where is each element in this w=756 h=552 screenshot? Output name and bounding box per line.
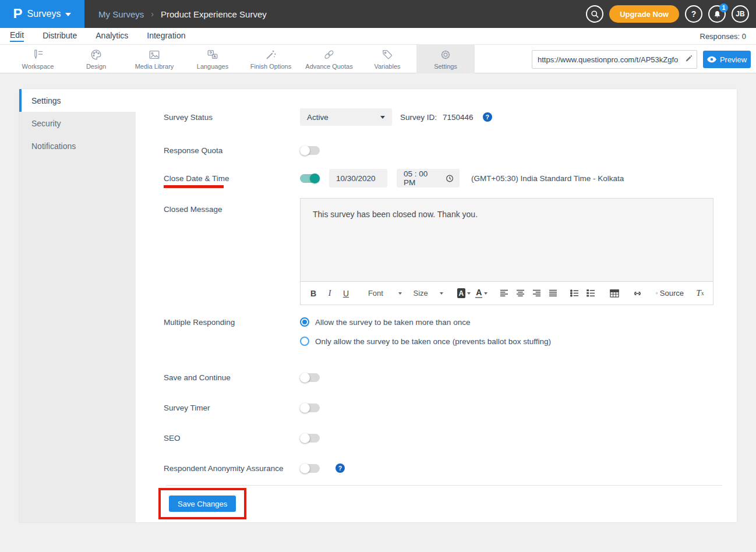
close-date-label: Close Date & Time xyxy=(164,174,300,183)
seo-label: SEO xyxy=(164,434,300,443)
source-button[interactable]: Source xyxy=(654,286,686,301)
top-header: P Surveys My Surveys › Product Experienc… xyxy=(0,0,756,28)
survey-id-label: Survey ID: xyxy=(400,113,437,122)
italic-button[interactable]: I xyxy=(323,286,337,301)
tab-edit[interactable]: Edit xyxy=(10,30,24,42)
question-mark-icon: ? xyxy=(691,9,697,19)
tab-integration[interactable]: Integration xyxy=(147,31,185,41)
response-quota-row: Response Quota xyxy=(164,141,713,159)
gear-icon xyxy=(439,48,452,61)
save-and-continue-toggle[interactable] xyxy=(300,373,320,382)
annotation-red-underline xyxy=(164,185,224,188)
preview-button[interactable]: Preview xyxy=(703,51,751,68)
eye-icon xyxy=(707,56,716,63)
toolbar-item-advance-quotas[interactable]: Advance Quotas xyxy=(300,45,358,73)
tab-analytics[interactable]: Analytics xyxy=(96,31,128,41)
upgrade-now-button[interactable]: Upgrade Now xyxy=(609,5,679,23)
underline-button[interactable]: U xyxy=(339,286,353,301)
response-quota-toggle[interactable] xyxy=(300,146,320,155)
avatar-initials: JB xyxy=(736,10,744,18)
font-dropdown[interactable]: Font xyxy=(363,289,407,298)
bullet-list-button[interactable] xyxy=(567,286,581,301)
align-right-button[interactable] xyxy=(529,286,543,301)
closed-message-label: Closed Message xyxy=(164,201,300,214)
anonymity-row: Respondent Anonymity Assurance ? xyxy=(164,459,713,477)
multiple-responding-label: Multiple Responding xyxy=(164,317,300,327)
sidebar-item-security[interactable]: Security xyxy=(19,112,136,135)
tag-icon xyxy=(381,48,394,61)
close-time-input[interactable]: 05 : 00 PM xyxy=(397,169,460,187)
toolbar-item-design[interactable]: Design xyxy=(67,45,125,73)
radio-unselected-icon xyxy=(300,337,309,346)
close-date-input[interactable]: 10/30/2020 xyxy=(329,169,387,187)
survey-status-row: Survey Status Active Survey ID: 7150446 … xyxy=(164,108,713,126)
product-switcher[interactable]: P Surveys xyxy=(0,0,84,28)
anonymity-toggle[interactable] xyxy=(300,464,320,473)
user-avatar[interactable]: JB xyxy=(732,5,749,23)
remove-format-button[interactable]: Tx xyxy=(693,286,707,301)
toolbar-item-settings[interactable]: Settings xyxy=(416,45,475,73)
insert-link-button[interactable] xyxy=(631,286,645,301)
anonymity-help-icon[interactable]: ? xyxy=(335,463,345,473)
close-date-toggle[interactable] xyxy=(300,174,320,183)
survey-id-help-icon[interactable]: ? xyxy=(483,112,492,122)
background-color-button[interactable]: A xyxy=(455,286,472,301)
toolbar-item-media-library[interactable]: Media Library xyxy=(125,45,183,73)
edit-url-button[interactable] xyxy=(681,55,697,63)
edit-toolbar: Workspace Design Media Library Languages… xyxy=(0,44,756,73)
toolbar-item-languages[interactable]: Languages xyxy=(183,45,242,73)
pencil-icon xyxy=(685,55,693,63)
questionpro-settings-page: P Surveys My Surveys › Product Experienc… xyxy=(0,0,756,552)
insert-table-button[interactable] xyxy=(607,286,621,301)
workspace-icon xyxy=(31,48,44,61)
closed-message-editor: This survey has been closed now. Thank y… xyxy=(300,198,713,305)
design-palette-icon xyxy=(90,48,103,61)
response-quota-label: Response Quota xyxy=(164,146,300,155)
notification-badge: 1 xyxy=(719,3,728,12)
breadcrumb-my-surveys[interactable]: My Surveys xyxy=(98,9,144,19)
help-button[interactable]: ? xyxy=(685,5,702,23)
survey-status-label: Survey Status xyxy=(164,113,300,122)
annotation-red-box: Save Changes xyxy=(158,488,246,519)
sidebar-item-notifications[interactable]: Notifications xyxy=(19,135,136,157)
main-tab-bar: Edit Distribute Analytics Integration Re… xyxy=(0,28,756,44)
chevron-down-icon xyxy=(440,292,443,295)
questionpro-logo-icon: P xyxy=(13,7,23,21)
chain-link-icon xyxy=(323,48,335,61)
seo-toggle[interactable] xyxy=(300,434,320,443)
settings-sidebar: Settings Security Notifications xyxy=(19,89,136,522)
align-left-button[interactable] xyxy=(497,286,511,301)
survey-url-input[interactable] xyxy=(532,55,681,64)
numbered-list-button[interactable] xyxy=(584,286,598,301)
radio-option-multiple-allowed[interactable]: Allow the survey to be taken more than o… xyxy=(300,317,551,327)
survey-id-value: 7150446 xyxy=(443,113,474,122)
survey-timer-toggle[interactable] xyxy=(300,404,320,412)
sidebar-item-settings[interactable]: Settings xyxy=(19,89,136,112)
page-title: Product Experience Survey xyxy=(161,9,267,19)
toolbar-item-finish-options[interactable]: Finish Options xyxy=(242,45,300,73)
chevron-down-icon xyxy=(65,13,71,16)
toolbar-item-workspace[interactable]: Workspace xyxy=(9,45,67,73)
align-center-button[interactable] xyxy=(513,286,527,301)
text-color-button[interactable]: A xyxy=(475,286,489,301)
survey-status-select[interactable]: Active xyxy=(300,108,392,126)
size-dropdown[interactable]: Size xyxy=(409,289,448,298)
seo-row: SEO xyxy=(164,429,713,447)
close-date-row: Close Date & Time 10/30/2020 05 : 00 PM … xyxy=(164,169,713,187)
product-switcher-label: Surveys xyxy=(27,9,61,19)
closed-message-text[interactable]: This survey has been closed now. Thank y… xyxy=(301,199,713,281)
bold-button[interactable]: B xyxy=(306,286,320,301)
toolbar-item-variables[interactable]: Variables xyxy=(358,45,416,73)
tab-distribute[interactable]: Distribute xyxy=(43,31,77,41)
breadcrumb: My Surveys › Product Experience Survey xyxy=(98,9,267,19)
radio-option-once-only[interactable]: Only allow the survey to be taken once (… xyxy=(300,337,551,346)
responses-count: Responses: 0 xyxy=(700,32,747,41)
save-changes-button[interactable]: Save Changes xyxy=(169,496,236,512)
search-button[interactable] xyxy=(586,5,603,23)
chevron-down-icon xyxy=(484,292,487,295)
breadcrumb-separator-icon: › xyxy=(151,9,154,19)
notifications-button[interactable]: 1 xyxy=(708,5,726,23)
survey-url-field xyxy=(532,50,697,69)
justify-button[interactable] xyxy=(546,286,560,301)
clock-icon xyxy=(446,174,454,183)
